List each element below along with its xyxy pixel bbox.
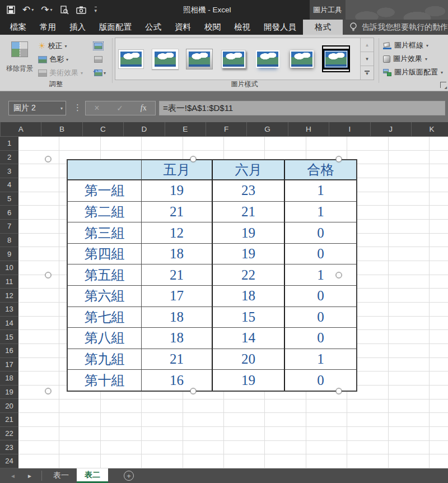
column-header[interactable]: I bbox=[329, 122, 370, 136]
formula-input[interactable] bbox=[159, 101, 445, 115]
ribbon-tab[interactable]: 版面配置 bbox=[92, 20, 138, 35]
color-button[interactable]: 色彩 ▾ bbox=[38, 54, 68, 65]
row-header[interactable]: 19 bbox=[0, 386, 18, 400]
column-header[interactable]: J bbox=[371, 122, 412, 136]
row-header[interactable]: 4 bbox=[0, 178, 18, 192]
column-header[interactable]: E bbox=[165, 122, 206, 136]
sheet-nav-prev-icon[interactable]: ◄ bbox=[4, 468, 21, 483]
row-header[interactable]: 16 bbox=[0, 344, 18, 358]
select-all-button[interactable] bbox=[0, 122, 1, 137]
picture-border-button[interactable]: 圖片框線 ▾ bbox=[383, 40, 428, 51]
add-sheet-button[interactable]: + bbox=[124, 471, 134, 481]
landscape-art-icon bbox=[189, 52, 210, 67]
selection-handle-middle-left[interactable] bbox=[45, 272, 52, 278]
print-preview-icon[interactable] bbox=[60, 6, 69, 15]
row-header[interactable]: 9 bbox=[0, 247, 18, 261]
tell-me-box[interactable]: 告訴我您想要執行的動作 bbox=[343, 20, 448, 35]
sheet-nav-next-icon[interactable]: ► bbox=[21, 468, 38, 483]
insert-function-icon[interactable]: fx bbox=[141, 104, 147, 113]
enter-icon[interactable]: ✓ bbox=[116, 104, 123, 113]
column-header[interactable]: A bbox=[1, 122, 41, 136]
picture-style-thumb[interactable] bbox=[288, 46, 315, 72]
change-picture-button[interactable] bbox=[94, 54, 111, 65]
formula-bar-resize-handle[interactable]: ⋮ bbox=[73, 103, 82, 113]
save-icon[interactable] bbox=[7, 6, 15, 14]
column-header[interactable]: K bbox=[412, 122, 448, 136]
row-header[interactable]: 13 bbox=[0, 303, 18, 317]
picture-style-thumb[interactable] bbox=[220, 46, 247, 72]
row-header[interactable]: 8 bbox=[0, 234, 18, 248]
row-header[interactable]: 6 bbox=[0, 206, 18, 220]
row-header[interactable]: 15 bbox=[0, 330, 18, 344]
row-header[interactable]: 14 bbox=[0, 317, 18, 331]
undo-icon[interactable]: ↶ ▾ bbox=[22, 5, 34, 15]
corrections-button[interactable]: ☀ 校正 ▾ bbox=[38, 40, 67, 52]
row-header[interactable]: 17 bbox=[0, 358, 18, 372]
chevron-down-icon: ▾ bbox=[441, 70, 443, 75]
picture-style-thumb[interactable] bbox=[254, 46, 281, 72]
row-header[interactable]: 18 bbox=[0, 371, 18, 386]
row-header[interactable]: 22 bbox=[0, 427, 18, 441]
remove-background-button[interactable]: 移除背景 bbox=[3, 38, 36, 82]
column-header[interactable]: G bbox=[247, 122, 288, 136]
sheet-tab-active[interactable]: 表二 bbox=[77, 468, 108, 483]
reset-picture-button[interactable]: ↶ ▾ bbox=[94, 67, 111, 78]
qat-customize-icon[interactable]: ▾ bbox=[94, 7, 97, 13]
selection-handle-bottom-left[interactable] bbox=[45, 388, 52, 394]
row-header[interactable]: 21 bbox=[0, 413, 18, 427]
ribbon-tab[interactable]: 插入 bbox=[63, 20, 92, 35]
selection-handle-bottom-right[interactable] bbox=[336, 388, 342, 394]
row-header[interactable]: 2 bbox=[0, 151, 18, 165]
artistic-effects-button[interactable]: 美術效果 ▾ bbox=[38, 67, 83, 78]
name-box[interactable]: 圖片 2 ▾ bbox=[8, 101, 66, 115]
row-header[interactable]: 1 bbox=[0, 137, 18, 151]
picture-style-thumb[interactable] bbox=[323, 46, 349, 72]
redo-icon[interactable]: ↷ ▾ bbox=[41, 5, 52, 15]
tab-format-active[interactable]: 格式 bbox=[303, 20, 343, 35]
ribbon-tab[interactable]: 開發人員 bbox=[257, 20, 303, 35]
picture-effects-button[interactable]: 圖片效果 ▾ bbox=[383, 53, 427, 64]
row-header[interactable]: 12 bbox=[0, 289, 18, 303]
undo-dropdown-icon[interactable]: ▾ bbox=[31, 7, 34, 12]
camera-picture[interactable]: 五月 六月 合格 第一組 19 23 1 第二組 21 21 1 第三組 bbox=[67, 159, 357, 392]
selection-handle-top-left[interactable] bbox=[45, 156, 52, 162]
column-header[interactable]: D bbox=[124, 122, 165, 136]
picture-style-thumb[interactable] bbox=[152, 46, 179, 72]
chevron-down-icon[interactable]: ▾ bbox=[60, 106, 63, 111]
dialog-launcher-icon[interactable] bbox=[440, 82, 446, 88]
picture-layout-button[interactable]: 圖片版面配置 ▾ bbox=[383, 67, 443, 78]
column-header[interactable]: B bbox=[41, 122, 82, 136]
row-header[interactable]: 24 bbox=[0, 454, 18, 468]
camera-icon[interactable] bbox=[76, 6, 86, 14]
row-header[interactable]: 7 bbox=[0, 220, 18, 234]
row-header[interactable]: 5 bbox=[0, 192, 18, 206]
column-header[interactable]: H bbox=[288, 122, 329, 136]
gallery-more-button[interactable]: ▼ bbox=[361, 66, 374, 80]
row-header[interactable]: 3 bbox=[0, 164, 18, 178]
row-header[interactable]: 10 bbox=[0, 261, 18, 275]
gallery-scroll-down-button[interactable]: ▼ bbox=[361, 52, 374, 66]
row-header[interactable]: 11 bbox=[0, 275, 18, 289]
row-header[interactable]: 20 bbox=[0, 399, 18, 413]
selection-handle-middle-right[interactable] bbox=[336, 272, 342, 278]
ribbon-tab[interactable]: 檔案 bbox=[3, 20, 33, 35]
column-header[interactable]: C bbox=[83, 122, 124, 136]
column-header[interactable]: F bbox=[206, 122, 247, 136]
selection-handle-top-right[interactable] bbox=[336, 156, 342, 162]
row-header[interactable]: 23 bbox=[0, 440, 18, 454]
ribbon-tab[interactable]: 資料 bbox=[168, 20, 198, 35]
ribbon-tab[interactable]: 校閱 bbox=[198, 20, 227, 35]
redo-dropdown-icon[interactable]: ▾ bbox=[50, 7, 53, 12]
picture-style-thumb[interactable] bbox=[186, 46, 213, 72]
picture-style-thumb[interactable] bbox=[118, 46, 144, 72]
selection-handle-top-middle[interactable] bbox=[190, 156, 197, 162]
ribbon-tab[interactable]: 檢視 bbox=[227, 20, 257, 35]
ribbon-tab[interactable]: 公式 bbox=[138, 20, 168, 35]
cell-grid[interactable]: 五月 六月 合格 第一組 19 23 1 第二組 21 21 1 第三組 bbox=[18, 137, 448, 468]
compress-pictures-button[interactable] bbox=[94, 40, 111, 52]
gallery-scroll-up-button[interactable]: ▲ bbox=[361, 38, 374, 52]
selection-handle-bottom-middle[interactable] bbox=[190, 388, 197, 394]
ribbon-tab[interactable]: 常用 bbox=[33, 20, 63, 35]
sheet-tab-inactive[interactable]: 表一 bbox=[45, 468, 77, 483]
cancel-icon[interactable]: × bbox=[94, 103, 99, 113]
